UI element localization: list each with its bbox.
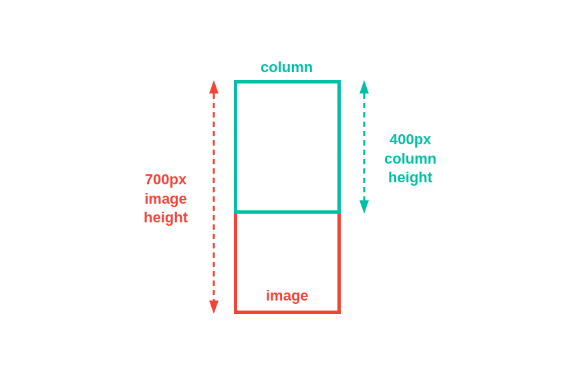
column-box — [234, 80, 341, 214]
column-label: column — [261, 59, 313, 76]
column-height-label: 400px column height — [384, 130, 436, 188]
left-arrow-bottom — [209, 301, 218, 314]
right-arrow-bottom — [359, 200, 369, 214]
image-height-label: 700px image height — [144, 170, 188, 228]
column-height-text: 400px column height — [384, 131, 436, 186]
diagram-container: column image 700px image height 400px co… — [0, 0, 588, 376]
image-height-text: 700px image height — [144, 171, 188, 226]
right-arrow-top — [359, 80, 369, 93]
left-arrow-top — [209, 80, 218, 93]
image-label: image — [266, 287, 309, 305]
